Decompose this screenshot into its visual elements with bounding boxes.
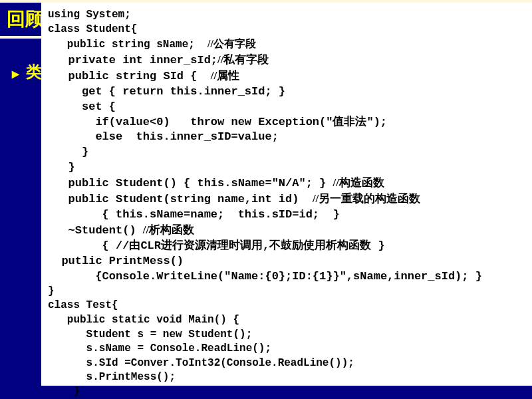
code-line: public string sName; //公有字段 <box>48 37 527 53</box>
code-line: class Student{ <box>48 23 527 37</box>
code-line: } <box>48 160 527 176</box>
code-line: putlic PrintMess() <box>48 254 527 269</box>
code-line: public Student(string name,int id) //另一重… <box>48 192 527 207</box>
code-line: class Test{ <box>48 299 527 313</box>
code-line: get { return this.inner_sId; } <box>48 84 527 100</box>
code-line: if(value<0) throw new Exception("值非法"); <box>48 115 527 130</box>
bullet-text: 类 <box>26 63 42 80</box>
code-line: else this.inner_sID=value; <box>48 130 527 145</box>
bullet-item: 类 <box>12 61 42 82</box>
code-line: s.PrintMess(); <box>48 370 527 385</box>
code-box: using System; class Student{ public stri… <box>41 3 532 386</box>
code-line: using System; <box>48 8 527 23</box>
code-line: } <box>48 145 527 160</box>
code-line: public Student() { this.sName="N/A"; } /… <box>48 176 527 192</box>
code-line: } <box>48 285 527 299</box>
code-line: s.sName = Console.ReadLine(); <box>48 342 527 356</box>
code-line: { this.sName=name; this.sID=id; } <box>48 207 527 223</box>
code-line: Student s = new Student(); <box>48 328 527 342</box>
code-line: public string SId { //属性 <box>48 68 527 84</box>
code-line: ~Student() //析构函数 <box>48 223 527 239</box>
code-line: } <box>48 385 527 399</box>
heading-text: 回顾 <box>7 9 44 29</box>
code-line: set { <box>48 100 527 115</box>
code-line: public static void Main() { <box>48 313 527 328</box>
code-line: { //由CLR进行资源清理时调用,不鼓励使用析构函数 } <box>48 239 527 254</box>
code-line: private int inner_sId;//私有字段 <box>48 53 527 68</box>
code-line: s.SId =Conver.ToInt32(Console.ReadLine()… <box>48 356 527 371</box>
code-line: {Console.WriteLine("Name:{0};ID:{1}}",sN… <box>48 269 527 285</box>
